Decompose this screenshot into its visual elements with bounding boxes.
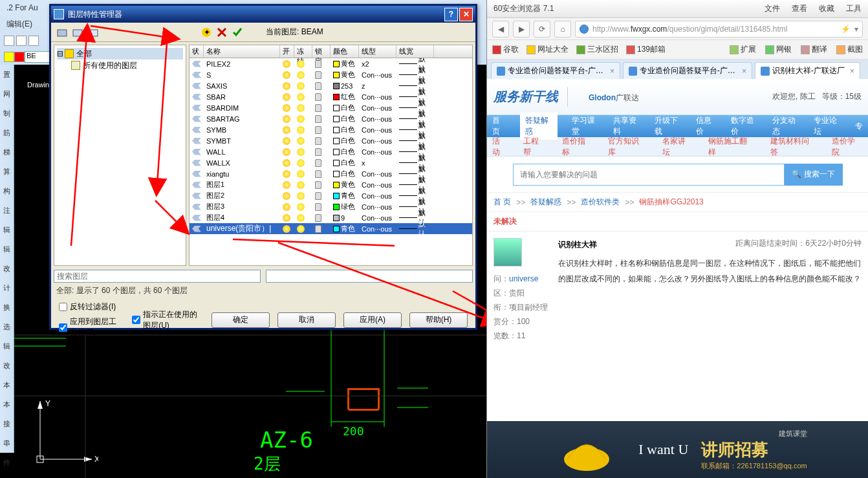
sun-icon[interactable] xyxy=(297,60,305,68)
nav1-item[interactable]: 分支动态 xyxy=(772,115,799,137)
layer-name-cell[interactable]: 图层4 xyxy=(204,213,280,223)
layer-color-cell[interactable]: 红色 xyxy=(331,92,359,102)
lock-icon[interactable] xyxy=(315,203,321,211)
layer-name-cell[interactable]: 图层3 xyxy=(204,202,280,212)
nav1-item[interactable]: 专业论坛 xyxy=(814,115,841,137)
side-tab[interactable]: 辑 xyxy=(0,239,14,259)
nav1-item[interactable]: 数字造价 xyxy=(731,115,758,137)
sun-icon[interactable] xyxy=(297,203,305,211)
bookmark-sites[interactable]: 网址大全 xyxy=(526,44,569,55)
nav2-item[interactable]: 钢筋施工翻样 xyxy=(708,136,754,158)
sun-icon[interactable] xyxy=(297,192,305,200)
layer-linetype-cell[interactable]: Con···ous xyxy=(359,170,396,178)
col-on[interactable]: 开 xyxy=(280,45,294,58)
side-tab[interactable]: 换 xyxy=(0,298,14,317)
side-tab[interactable]: 梯 xyxy=(0,142,14,162)
new-filter-icon[interactable] xyxy=(56,26,69,39)
chk-indicate-inuse[interactable]: 指示正在使用的图层(U) xyxy=(132,309,199,331)
layer-color-cell[interactable]: 白色 xyxy=(331,114,359,124)
close-icon[interactable]: ✕ xyxy=(459,8,473,21)
bulb-icon[interactable] xyxy=(283,225,290,233)
lock-icon[interactable] xyxy=(315,192,321,200)
bulb-icon[interactable] xyxy=(283,137,290,145)
nav2-item[interactable]: 工程帮 xyxy=(523,136,547,158)
bookmark-google[interactable]: 谷歌 xyxy=(492,44,519,55)
sun-icon[interactable] xyxy=(297,170,305,178)
sun-icon[interactable] xyxy=(297,159,305,167)
browser-tab[interactable]: 专业造价问题答疑平台-广联达!× xyxy=(623,62,752,79)
recruit-banner[interactable]: I want U 建筑课堂 讲师招募 联系邮箱：2261781153@qq.co… xyxy=(487,421,868,478)
nav2-item[interactable]: 造价指标 xyxy=(562,136,593,158)
sun-icon[interactable] xyxy=(297,214,305,222)
cancel-button[interactable]: 取消 xyxy=(277,312,336,328)
tab-close-icon[interactable]: × xyxy=(742,67,746,76)
bulb-icon[interactable] xyxy=(283,82,290,90)
layer-color-icon[interactable] xyxy=(14,52,25,62)
side-tab[interactable]: 注 xyxy=(0,201,14,220)
site-search-input[interactable] xyxy=(513,164,785,186)
col-status[interactable]: 状 xyxy=(190,45,204,58)
layer-name-cell[interactable]: SBAR xyxy=(204,93,280,101)
bulb-icon[interactable] xyxy=(283,148,290,156)
layer-color-cell[interactable]: 白色 xyxy=(331,158,359,168)
sun-icon[interactable] xyxy=(297,104,305,112)
side-tab[interactable]: 算 xyxy=(0,162,14,181)
crumb-qa[interactable]: 答疑解惑 xyxy=(530,197,561,208)
col-freeze[interactable]: 冻结 xyxy=(294,45,312,58)
tree-root-all[interactable]: ⊟全部 xyxy=(57,48,183,60)
side-tab[interactable]: 改 xyxy=(0,356,14,375)
sun-icon[interactable] xyxy=(297,82,305,90)
nav1-item[interactable]: 共享资料 xyxy=(613,115,640,137)
user-avatar[interactable] xyxy=(494,238,522,266)
tab-close-icon[interactable]: × xyxy=(850,67,854,76)
layer-name-cell[interactable]: SAXIS xyxy=(204,82,280,90)
browser-titlebar[interactable]: 60安全浏览器 7.1 文件 查看 收藏 工具 xyxy=(487,0,868,18)
bulb-icon[interactable] xyxy=(283,71,290,79)
crumb-software[interactable]: 造价软件类 xyxy=(581,197,620,208)
nav2-item[interactable]: 官方知识库 xyxy=(608,136,647,158)
dropdown-icon[interactable]: ▾ xyxy=(854,25,858,34)
layer-color-cell[interactable]: 绿色 xyxy=(331,202,359,212)
layer-color-cell[interactable]: 253 xyxy=(331,82,359,90)
col-lock[interactable]: 锁定 xyxy=(312,45,331,58)
layer-list-header[interactable]: 状 名称 开 冻结 锁定 颜色 线型 线宽 xyxy=(190,45,472,58)
filter-tree[interactable]: ⊟全部 所有使用的图层 xyxy=(54,45,186,266)
new-layer-icon[interactable]: ✦ xyxy=(200,26,213,39)
side-tab[interactable]: 辑 xyxy=(0,336,14,356)
side-tab[interactable]: 计 xyxy=(0,278,14,298)
side-tab[interactable]: 筋 xyxy=(0,123,14,142)
lock-icon[interactable] xyxy=(315,214,321,222)
layer-color-icon[interactable] xyxy=(4,52,14,62)
menu-file[interactable]: 文件 xyxy=(765,3,780,14)
side-tab[interactable]: 线 xyxy=(0,472,14,478)
sun-icon[interactable] xyxy=(297,115,305,123)
layer-linetype-cell[interactable]: Con···ous xyxy=(359,192,396,200)
apply-button[interactable]: 应用(A) xyxy=(343,312,402,328)
layer-linetype-cell[interactable]: Con···ous xyxy=(359,115,396,123)
layer-name-cell[interactable]: SYMB xyxy=(204,126,280,134)
lock-icon[interactable] xyxy=(315,137,321,145)
site-search-button[interactable]: 🔍 搜索一下 xyxy=(785,164,843,186)
layer-color-cell[interactable]: 白色 xyxy=(331,125,359,135)
layer-name-cell[interactable]: S xyxy=(204,71,280,79)
layer-linetype-cell[interactable]: Con···ous xyxy=(359,225,396,233)
tool-open-icon[interactable] xyxy=(16,36,27,46)
layer-linetype-cell[interactable]: x xyxy=(359,159,396,167)
nav1-item[interactable]: 专 xyxy=(855,121,863,132)
layer-linetype-cell[interactable]: Con···ous xyxy=(359,203,396,211)
side-tab[interactable]: 接 xyxy=(0,414,14,433)
layer-linetype-cell[interactable]: Con···ous xyxy=(359,148,396,156)
logo-fuwu[interactable]: 服务新干线 xyxy=(494,88,558,105)
menu-tools[interactable]: 工具 xyxy=(846,3,862,14)
address-bar[interactable]: http://www.fwxgx.com/question/gimq/detai… xyxy=(575,21,863,38)
tree-all-used[interactable]: 所有使用的图层 xyxy=(57,60,183,71)
chk-apply-toolbar[interactable]: 应用到图层工具栏(T) xyxy=(59,316,119,338)
nav1-item[interactable]: 信息价 xyxy=(696,115,717,137)
side-tab[interactable]: 改 xyxy=(0,259,14,278)
bulb-icon[interactable] xyxy=(283,93,290,101)
nav1-item[interactable]: 升级下载 xyxy=(655,115,682,137)
layer-name-cell[interactable]: 图层1 xyxy=(204,180,280,190)
filter-row-input[interactable] xyxy=(266,270,473,283)
reload-button[interactable]: ⟳ xyxy=(534,21,550,38)
bulb-icon[interactable] xyxy=(283,115,290,123)
